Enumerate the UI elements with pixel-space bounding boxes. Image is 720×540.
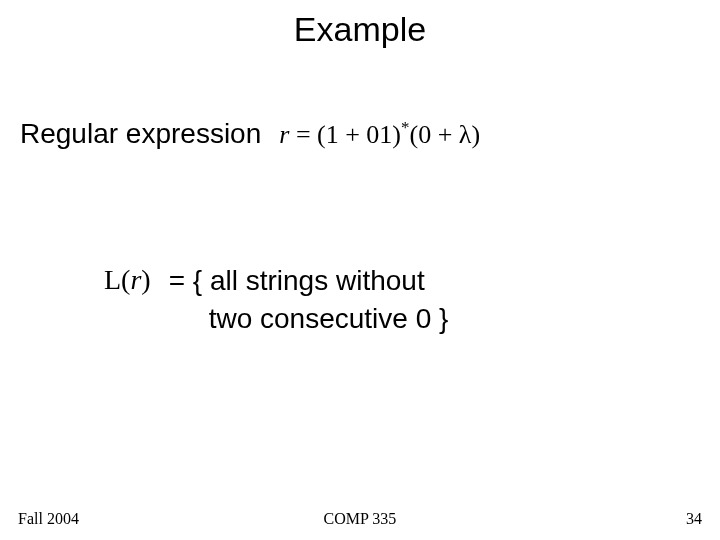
regex-var-r: r — [279, 120, 289, 149]
slide-title: Example — [0, 10, 720, 49]
language-description-block: L(r) = { all strings without two consecu… — [104, 262, 448, 338]
language-description: = { all strings without two consecutive … — [169, 262, 449, 338]
regex-label: Regular expression — [20, 118, 261, 150]
language-var-r: r — [130, 264, 141, 295]
paren-close: ) — [141, 264, 150, 295]
footer-page-number: 34 — [686, 510, 702, 528]
description-line-2: two consecutive 0 } — [169, 300, 449, 338]
regex-formula: r = (1 + 01)*(0 + λ) — [279, 118, 480, 150]
regex-equals: = — [289, 120, 317, 149]
regex-group-1: (1 + 01) — [317, 120, 401, 149]
regex-group-2: (0 + λ) — [409, 120, 480, 149]
language-L: L — [104, 264, 121, 295]
regex-definition-line: Regular expression r = (1 + 01)*(0 + λ) — [20, 118, 480, 150]
description-line-1: = { all strings without — [169, 262, 449, 300]
language-of-r: L(r) — [104, 262, 151, 296]
footer-course: COMP 335 — [0, 510, 720, 528]
